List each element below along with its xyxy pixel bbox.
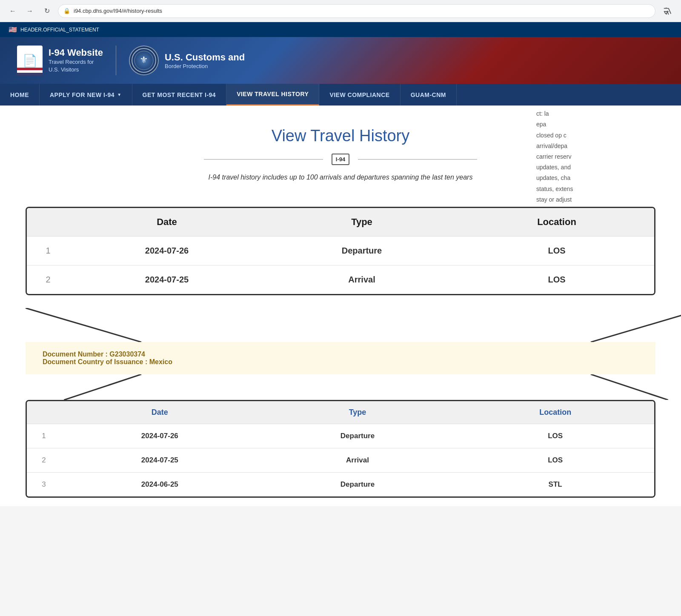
sub-row3-num: 3 xyxy=(27,480,61,489)
row2-date: 2024-07-25 xyxy=(69,275,264,285)
nav-compliance[interactable]: VIEW COMPLIANCE xyxy=(319,84,400,106)
sub-row1-num: 1 xyxy=(27,432,61,440)
sub-table-row[interactable]: 1 2024-07-26 Departure LOS xyxy=(27,424,654,448)
nav-recent[interactable]: GET MOST RECENT I-94 xyxy=(132,84,227,106)
sub-row2-type: Arrival xyxy=(259,456,457,465)
main-nav: HOME APPLY FOR NEW I-94 ▼ GET MOST RECEN… xyxy=(0,84,681,106)
cbp-dept: Border Protection xyxy=(165,63,245,69)
doc-country-line: Document Country of Issuance : Mexico xyxy=(43,358,638,366)
svg-text:⚜: ⚜ xyxy=(140,54,148,65)
expansion-visual: Document Number : G23030374 Document Cou… xyxy=(0,308,681,498)
cbp-text: U.S. Customs and Border Protection xyxy=(165,52,245,69)
divider-right xyxy=(358,159,477,160)
info-box: Document Number : G23030374 Document Cou… xyxy=(26,342,655,374)
doc-number-line: Document Number : G23030374 xyxy=(43,351,638,358)
row2-num: 2 xyxy=(27,275,69,285)
row2-type: Arrival xyxy=(264,275,459,285)
sub-table-header: Date Type Location xyxy=(27,401,654,424)
cbp-logo: ⚜ U.S. Customs and Border Protection xyxy=(129,46,245,75)
sub-row1-location: LOS xyxy=(456,432,654,440)
svg-line-6 xyxy=(591,374,668,400)
official-banner: 🇺🇸 HEADER.OFFICIAL_STATEMENT xyxy=(0,22,681,37)
nav-travel-history[interactable]: VIEW TRAVEL HISTORY xyxy=(226,84,319,106)
row1-date: 2024-07-26 xyxy=(69,246,264,256)
cbp-name: U.S. Customs and xyxy=(165,52,245,63)
main-table-header: Date Type Location xyxy=(27,208,654,236)
sub-th-num xyxy=(27,408,61,417)
url-text: i94.cbp.dhs.gov/I94/#/history-results xyxy=(74,8,162,14)
row2-location: LOS xyxy=(459,275,654,285)
sub-travel-table: Date Type Location 1 2024-07-26 Departur… xyxy=(26,400,655,498)
main-travel-table: Date Type Location 1 2024-07-26 Departur… xyxy=(26,207,655,295)
sub-table-row[interactable]: 3 2024-06-25 Departure STL xyxy=(27,472,654,496)
funnel-connector-bottom-svg xyxy=(26,374,681,400)
official-banner-text: HEADER.OFFICIAL_STATEMENT xyxy=(20,27,99,33)
main-th-location: Location xyxy=(459,217,654,228)
doc-number-value: G23030374 xyxy=(109,351,145,358)
sub-row3-type: Departure xyxy=(259,480,457,489)
sub-row3-date: 2024-06-25 xyxy=(61,480,259,489)
row1-location: LOS xyxy=(459,246,654,256)
doc-country-label: Document Country of Issuance : xyxy=(43,358,149,365)
i94-badge: I-94 xyxy=(332,154,349,165)
browser-chrome: ← → ↻ 🔒 i94.cbp.dhs.gov/I94/#/history-re… xyxy=(0,0,681,22)
sub-row2-num: 2 xyxy=(27,456,61,465)
logo-text: I-94 Website Travel Records for U.S. Vis… xyxy=(49,47,103,74)
forward-button[interactable]: → xyxy=(24,5,36,17)
sub-row1-type: Departure xyxy=(259,432,457,440)
logo-icon: 📄 xyxy=(17,46,43,75)
main-table-row[interactable]: 1 2024-07-26 Departure LOS xyxy=(27,236,654,265)
divider-left xyxy=(204,159,323,160)
site-title: I-94 Website xyxy=(49,47,103,58)
main-table-row[interactable]: 2 2024-07-25 Arrival LOS xyxy=(27,265,654,294)
sub-row2-date: 2024-07-25 xyxy=(61,456,259,465)
sub-row2-location: LOS xyxy=(456,456,654,465)
row1-type: Departure xyxy=(264,246,459,256)
translate-button[interactable] xyxy=(661,4,674,18)
refresh-button[interactable]: ↻ xyxy=(41,5,53,17)
nav-home[interactable]: HOME xyxy=(0,84,40,106)
content-layout: Date Type Location 1 2024-07-26 Departur… xyxy=(0,207,681,506)
row1-num: 1 xyxy=(27,246,69,256)
doc-number-label: Document Number : xyxy=(43,351,109,358)
sub-table-row[interactable]: 2 2024-07-25 Arrival LOS xyxy=(27,448,654,472)
funnel-connector-svg xyxy=(26,308,681,342)
doc-country-value: Mexico xyxy=(149,358,172,365)
security-icon: 🔒 xyxy=(63,8,70,14)
address-bar[interactable]: 🔒 i94.cbp.dhs.gov/I94/#/history-results xyxy=(58,4,655,18)
main-th-num xyxy=(27,217,69,228)
main-th-date: Date xyxy=(69,217,264,228)
sub-th-type: Type xyxy=(259,408,457,417)
sub-th-date: Date xyxy=(61,408,259,417)
sub-row1-date: 2024-07-26 xyxy=(61,432,259,440)
content-main: Date Type Location 1 2024-07-26 Departur… xyxy=(0,207,681,506)
site-logo[interactable]: 📄 I-94 Website Travel Records for U.S. V… xyxy=(17,46,116,75)
dropdown-arrow-icon: ▼ xyxy=(117,92,121,97)
main-th-type: Type xyxy=(264,217,459,228)
site-header: 📄 I-94 Website Travel Records for U.S. V… xyxy=(0,37,681,84)
nav-apply[interactable]: APPLY FOR NEW I-94 ▼ xyxy=(40,84,132,106)
svg-line-5 xyxy=(64,374,141,400)
page-content: View Travel History I-94 I-94 travel his… xyxy=(0,106,681,506)
site-subtitle: Travel Records for U.S. Visitors xyxy=(49,58,103,74)
us-flag-icon: 🇺🇸 xyxy=(9,26,17,34)
svg-line-4 xyxy=(591,308,681,342)
svg-line-3 xyxy=(26,308,141,342)
nav-guam[interactable]: GUAM-CNM xyxy=(401,84,457,106)
cbp-seal-icon: ⚜ xyxy=(129,46,159,75)
sub-row3-location: STL xyxy=(456,480,654,489)
sub-th-location: Location xyxy=(456,408,654,417)
back-button[interactable]: ← xyxy=(7,5,19,17)
